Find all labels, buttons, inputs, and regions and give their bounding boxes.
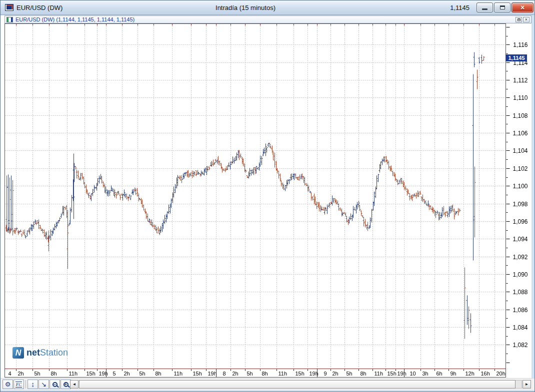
price-chart-canvas[interactable] (4, 23, 532, 378)
indicators-icon: FC (16, 382, 22, 388)
window-last-price: 1,1145 (450, 4, 470, 11)
chart-window-header[interactable]: EUR/USD (DW) (1,1144, 1,1145, 1,1144, 1,… (4, 15, 532, 23)
vertical-fit-icon: ↨ (31, 381, 34, 388)
minimize-icon (482, 8, 488, 10)
reset-zoom-button[interactable]: ↘ (38, 380, 49, 389)
zoom-out-button[interactable]: − (50, 380, 60, 389)
toolbar-separator (26, 380, 26, 389)
zoom-out-icon: − (52, 382, 58, 387)
netstation-logo: N net Station (12, 347, 68, 359)
maximize-icon (500, 5, 505, 9)
arrow-right-icon: ► (525, 382, 529, 387)
netstation-logo-net: net (26, 348, 40, 358)
close-icon: × (520, 3, 524, 11)
window-frame-edge (532, 15, 535, 378)
chart-icon (6, 17, 13, 22)
settings-button[interactable]: ⚙ (2, 380, 13, 389)
ohlc-status-line: EUR/USD (DW) (1,1144, 1,1145, 1,1144, 1,… (16, 16, 134, 22)
window-subtitle: Intradía (15 minutos) (0, 4, 490, 11)
window-frame-bottom (0, 390, 535, 392)
scroll-right-button[interactable]: ► (522, 380, 531, 389)
close-button[interactable]: × (512, 2, 534, 12)
last-price-tag: 1,1145 (506, 54, 527, 61)
reset-zoom-icon: ↘ (41, 381, 46, 388)
title-bar[interactable]: EUR/USD (DW) Intradía (15 minutos) 1,114… (0, 0, 535, 15)
vertical-fit-button[interactable]: ↨ (28, 380, 38, 389)
minimize-button[interactable] (476, 2, 493, 12)
maximize-button[interactable] (494, 2, 510, 12)
bottom-toolbar: ⚙ FC ↨ ↘ − + ◄ ► (0, 378, 535, 390)
horizontal-scrollbar-thumb[interactable] (79, 380, 516, 389)
indicators-button[interactable]: FC (14, 380, 24, 389)
app-window: EUR/USD (DW) Intradía (15 minutos) 1,114… (0, 0, 535, 392)
chart-restore-button[interactable] (516, 17, 522, 22)
zoom-in-icon: + (64, 382, 68, 387)
restore-icon (518, 18, 520, 21)
chart-close-button[interactable]: × (523, 17, 530, 22)
chart-area: 1,1145 N net Station (4, 23, 532, 378)
netstation-logo-station: Station (40, 348, 68, 358)
netstation-logo-icon: N (12, 347, 24, 359)
zoom-in-button[interactable]: + (60, 380, 71, 389)
scroll-left-button[interactable]: ◄ (70, 380, 78, 389)
close-icon: × (525, 17, 528, 22)
arrow-left-icon: ◄ (72, 382, 76, 387)
settings-icon: ⚙ (5, 381, 11, 388)
